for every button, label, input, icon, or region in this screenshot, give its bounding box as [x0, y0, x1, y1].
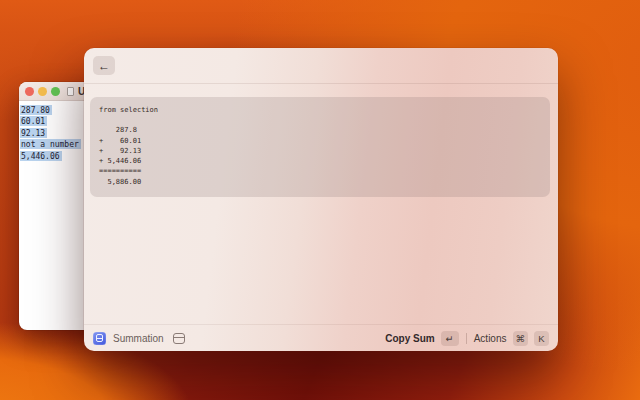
footer-actions-group: Copy Sum ↵ Actions ⌘ K [385, 331, 549, 346]
return-key-icon: ↵ [441, 331, 459, 346]
zoom-button[interactable] [51, 87, 60, 96]
actions-label: Actions [474, 333, 507, 344]
copy-sum-button[interactable]: Copy Sum ↵ [385, 331, 458, 346]
back-button[interactable]: ← [93, 56, 115, 75]
minimize-button[interactable] [38, 87, 47, 96]
summation-app-icon [93, 332, 106, 345]
k-key-icon: K [534, 331, 549, 346]
summation-glyph-icon [96, 334, 103, 342]
sum-source-label: from selection [99, 105, 541, 115]
document-icon [67, 87, 74, 96]
sum-calculation-block: 287.8 + 60.01 + 92.13 + 5,446.06 =======… [99, 125, 541, 187]
storage-icon [173, 333, 185, 344]
footer-divider [466, 333, 467, 344]
summation-launcher-window: ← from selection 287.8 + 60.01 + 92.13 +… [84, 48, 558, 351]
footer-app-name: Summation [113, 333, 164, 344]
copy-sum-label: Copy Sum [385, 333, 434, 344]
close-button[interactable] [25, 87, 34, 96]
summation-header: ← [84, 48, 558, 84]
summation-footer-bar: Summation Copy Sum ↵ Actions ⌘ K [84, 324, 558, 351]
back-arrow-icon: ← [98, 60, 110, 72]
sum-result-panel: from selection 287.8 + 60.01 + 92.13 + 5… [90, 97, 550, 197]
actions-button[interactable]: Actions ⌘ K [474, 331, 549, 346]
command-key-icon: ⌘ [513, 331, 529, 346]
